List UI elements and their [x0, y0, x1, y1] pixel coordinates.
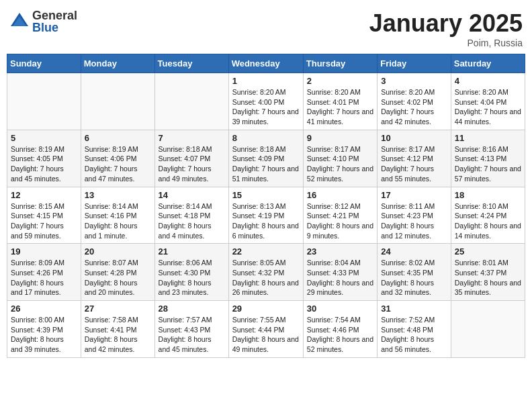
- day-info: Sunrise: 8:04 AM Sunset: 4:33 PM Dayligh…: [307, 258, 373, 298]
- calendar-cell: 15Sunrise: 8:13 AM Sunset: 4:19 PM Dayli…: [228, 187, 303, 244]
- day-info: Sunrise: 8:19 AM Sunset: 4:06 PM Dayligh…: [85, 144, 151, 184]
- day-number: 24: [381, 246, 447, 257]
- calendar-cell: 3Sunrise: 8:20 AM Sunset: 4:02 PM Daylig…: [378, 73, 451, 130]
- calendar-cell: 7Sunrise: 8:18 AM Sunset: 4:07 PM Daylig…: [154, 130, 228, 187]
- calendar-cell: 18Sunrise: 8:10 AM Sunset: 4:24 PM Dayli…: [451, 187, 525, 244]
- calendar-cell: 2Sunrise: 8:20 AM Sunset: 4:01 PM Daylig…: [303, 73, 377, 130]
- logo-general-text: General: [32, 9, 77, 21]
- day-info: Sunrise: 8:05 AM Sunset: 4:32 PM Dayligh…: [232, 258, 300, 298]
- weekday-header: Friday: [378, 54, 451, 73]
- day-number: 11: [455, 133, 521, 143]
- location: Poim, Russia: [369, 38, 523, 48]
- day-info: Sunrise: 8:19 AM Sunset: 4:05 PM Dayligh…: [11, 144, 77, 184]
- calendar-cell: [154, 73, 228, 130]
- weekday-header: Sunday: [7, 54, 81, 73]
- day-number: 31: [381, 304, 447, 314]
- logo-text: General Blue: [32, 9, 77, 34]
- calendar-cell: 5Sunrise: 8:19 AM Sunset: 4:05 PM Daylig…: [7, 130, 81, 187]
- calendar-cell: 21Sunrise: 8:06 AM Sunset: 4:30 PM Dayli…: [154, 244, 228, 301]
- day-info: Sunrise: 8:06 AM Sunset: 4:30 PM Dayligh…: [159, 258, 225, 298]
- day-info: Sunrise: 7:52 AM Sunset: 4:48 PM Dayligh…: [381, 315, 447, 355]
- title-block: January 2025 Poim, Russia: [369, 9, 523, 48]
- day-number: 12: [11, 190, 77, 200]
- calendar-cell: 1Sunrise: 8:20 AM Sunset: 4:00 PM Daylig…: [228, 73, 303, 130]
- day-info: Sunrise: 8:09 AM Sunset: 4:26 PM Dayligh…: [11, 258, 77, 298]
- day-number: 7: [159, 133, 225, 143]
- day-info: Sunrise: 7:57 AM Sunset: 4:43 PM Dayligh…: [159, 315, 225, 355]
- day-info: Sunrise: 8:20 AM Sunset: 4:00 PM Dayligh…: [232, 87, 300, 127]
- logo-blue-text: Blue: [32, 21, 77, 34]
- calendar-cell: 4Sunrise: 8:20 AM Sunset: 4:04 PM Daylig…: [451, 73, 525, 130]
- day-number: 29: [232, 304, 300, 314]
- calendar-cell: 22Sunrise: 8:05 AM Sunset: 4:32 PM Dayli…: [228, 244, 303, 301]
- weekday-header: Wednesday: [228, 54, 303, 73]
- calendar-cell: 17Sunrise: 8:11 AM Sunset: 4:23 PM Dayli…: [378, 187, 451, 244]
- day-number: 21: [159, 246, 225, 257]
- day-info: Sunrise: 7:54 AM Sunset: 4:46 PM Dayligh…: [307, 315, 373, 355]
- calendar-cell: 8Sunrise: 8:18 AM Sunset: 4:09 PM Daylig…: [228, 130, 303, 187]
- weekday-header: Monday: [81, 54, 154, 73]
- day-number: 19: [11, 246, 77, 257]
- day-info: Sunrise: 8:00 AM Sunset: 4:39 PM Dayligh…: [11, 315, 77, 355]
- calendar-cell: 20Sunrise: 8:07 AM Sunset: 4:28 PM Dayli…: [81, 244, 154, 301]
- logo-icon: [9, 11, 30, 32]
- calendar-cell: 29Sunrise: 7:55 AM Sunset: 4:44 PM Dayli…: [228, 301, 303, 358]
- day-number: 3: [381, 76, 447, 86]
- weekday-header: Saturday: [451, 54, 525, 73]
- day-info: Sunrise: 8:18 AM Sunset: 4:09 PM Dayligh…: [232, 144, 300, 184]
- calendar-cell: [451, 301, 525, 358]
- day-number: 6: [85, 133, 151, 143]
- calendar-cell: 27Sunrise: 7:58 AM Sunset: 4:41 PM Dayli…: [81, 301, 154, 358]
- day-info: Sunrise: 8:14 AM Sunset: 4:16 PM Dayligh…: [85, 201, 151, 241]
- day-number: 20: [85, 246, 151, 257]
- day-number: 5: [11, 133, 77, 143]
- calendar-cell: [81, 73, 154, 130]
- calendar-cell: 12Sunrise: 8:15 AM Sunset: 4:15 PM Dayli…: [7, 187, 81, 244]
- day-info: Sunrise: 8:12 AM Sunset: 4:21 PM Dayligh…: [307, 201, 373, 241]
- calendar-week-row: 1Sunrise: 8:20 AM Sunset: 4:00 PM Daylig…: [7, 73, 525, 130]
- day-info: Sunrise: 8:15 AM Sunset: 4:15 PM Dayligh…: [11, 201, 77, 241]
- calendar-cell: [7, 73, 81, 130]
- calendar-cell: 25Sunrise: 8:01 AM Sunset: 4:37 PM Dayli…: [451, 244, 525, 301]
- calendar-cell: 24Sunrise: 8:02 AM Sunset: 4:35 PM Dayli…: [378, 244, 451, 301]
- day-info: Sunrise: 8:20 AM Sunset: 4:02 PM Dayligh…: [381, 87, 447, 127]
- weekday-header-row: SundayMondayTuesdayWednesdayThursdayFrid…: [7, 54, 525, 73]
- calendar-cell: 16Sunrise: 8:12 AM Sunset: 4:21 PM Dayli…: [303, 187, 377, 244]
- calendar-cell: 13Sunrise: 8:14 AM Sunset: 4:16 PM Dayli…: [81, 187, 154, 244]
- day-info: Sunrise: 8:11 AM Sunset: 4:23 PM Dayligh…: [381, 201, 447, 241]
- calendar-cell: 28Sunrise: 7:57 AM Sunset: 4:43 PM Dayli…: [154, 301, 228, 358]
- day-number: 26: [11, 304, 77, 314]
- day-number: 18: [455, 190, 521, 200]
- day-number: 10: [381, 133, 447, 143]
- calendar-cell: 10Sunrise: 8:17 AM Sunset: 4:12 PM Dayli…: [378, 130, 451, 187]
- calendar-cell: 9Sunrise: 8:17 AM Sunset: 4:10 PM Daylig…: [303, 130, 377, 187]
- calendar-cell: 14Sunrise: 8:14 AM Sunset: 4:18 PM Dayli…: [154, 187, 228, 244]
- day-info: Sunrise: 8:18 AM Sunset: 4:07 PM Dayligh…: [159, 144, 225, 184]
- day-number: 28: [159, 304, 225, 314]
- day-number: 15: [232, 190, 300, 200]
- day-info: Sunrise: 8:02 AM Sunset: 4:35 PM Dayligh…: [381, 258, 447, 298]
- calendar-cell: 30Sunrise: 7:54 AM Sunset: 4:46 PM Dayli…: [303, 301, 377, 358]
- month-title: January 2025: [369, 9, 523, 38]
- day-number: 4: [455, 76, 521, 86]
- day-info: Sunrise: 8:14 AM Sunset: 4:18 PM Dayligh…: [159, 201, 225, 241]
- page-header: General Blue January 2025 Poim, Russia: [7, 7, 525, 48]
- calendar-table: SundayMondayTuesdayWednesdayThursdayFrid…: [7, 54, 525, 358]
- day-info: Sunrise: 8:01 AM Sunset: 4:37 PM Dayligh…: [455, 258, 521, 298]
- day-info: Sunrise: 8:20 AM Sunset: 4:04 PM Dayligh…: [455, 87, 521, 127]
- day-info: Sunrise: 8:20 AM Sunset: 4:01 PM Dayligh…: [307, 87, 373, 127]
- day-number: 22: [232, 246, 300, 257]
- logo: General Blue: [9, 9, 77, 34]
- day-number: 23: [307, 246, 373, 257]
- day-number: 2: [307, 76, 373, 86]
- calendar-week-row: 5Sunrise: 8:19 AM Sunset: 4:05 PM Daylig…: [7, 130, 525, 187]
- weekday-header: Thursday: [303, 54, 377, 73]
- day-number: 27: [85, 304, 151, 314]
- calendar-week-row: 12Sunrise: 8:15 AM Sunset: 4:15 PM Dayli…: [7, 187, 525, 244]
- calendar-week-row: 19Sunrise: 8:09 AM Sunset: 4:26 PM Dayli…: [7, 244, 525, 301]
- calendar-cell: 11Sunrise: 8:16 AM Sunset: 4:13 PM Dayli…: [451, 130, 525, 187]
- day-info: Sunrise: 8:07 AM Sunset: 4:28 PM Dayligh…: [85, 258, 151, 298]
- day-info: Sunrise: 8:17 AM Sunset: 4:12 PM Dayligh…: [381, 144, 447, 184]
- day-info: Sunrise: 8:17 AM Sunset: 4:10 PM Dayligh…: [307, 144, 373, 184]
- day-info: Sunrise: 8:13 AM Sunset: 4:19 PM Dayligh…: [232, 201, 300, 241]
